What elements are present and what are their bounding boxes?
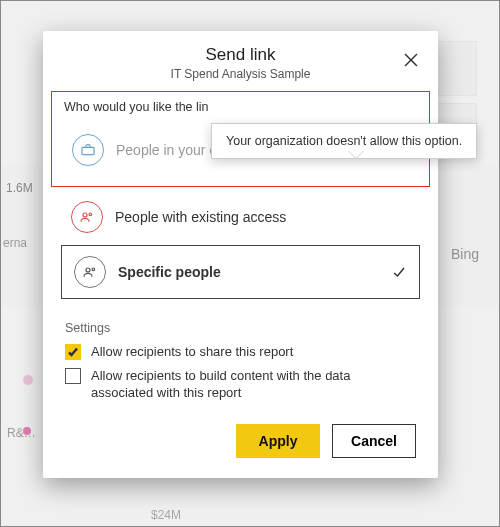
send-link-dialog: Send link IT Spend Analysis Sample Who w… bbox=[43, 31, 438, 478]
close-button[interactable] bbox=[396, 45, 426, 75]
settings-heading: Settings bbox=[65, 321, 416, 335]
briefcase-icon bbox=[72, 134, 104, 166]
dialog-title: Send link bbox=[43, 45, 438, 65]
option-existing-label: People with existing access bbox=[115, 209, 410, 225]
svg-point-8 bbox=[92, 268, 95, 271]
disabled-option-tooltip: Your organization doesn't allow this opt… bbox=[211, 123, 477, 159]
bg-value-1-6m: 1.6M bbox=[6, 181, 33, 195]
bg-label-rnd: R&… bbox=[7, 426, 36, 440]
svg-point-5 bbox=[83, 213, 87, 217]
apply-button[interactable]: Apply bbox=[236, 424, 320, 458]
svg-point-6 bbox=[89, 213, 92, 216]
close-icon bbox=[403, 52, 419, 68]
setting-allow-share-label: Allow recipients to share this report bbox=[91, 343, 293, 361]
setting-allow-share[interactable]: Allow recipients to share this report bbox=[65, 343, 416, 361]
option-existing-access[interactable]: People with existing access bbox=[43, 193, 438, 241]
svg-rect-2 bbox=[82, 147, 94, 154]
dialog-footer: Apply Cancel bbox=[43, 408, 438, 478]
setting-allow-build[interactable]: Allow recipients to build content with t… bbox=[65, 367, 416, 402]
option-specific-people[interactable]: Specific people bbox=[61, 245, 420, 299]
people-icon bbox=[71, 201, 103, 233]
setting-allow-build-label: Allow recipients to build content with t… bbox=[91, 367, 416, 402]
share-prompt: Who would you like the lin bbox=[64, 100, 417, 114]
dialog-subtitle: IT Spend Analysis Sample bbox=[43, 67, 438, 81]
cancel-button[interactable]: Cancel bbox=[332, 424, 416, 458]
people-icon bbox=[74, 256, 106, 288]
checkbox-allow-build[interactable] bbox=[65, 368, 81, 384]
svg-point-7 bbox=[86, 268, 90, 272]
bing-attribution: Bing bbox=[451, 246, 479, 262]
bg-value-24m: $24M bbox=[151, 508, 181, 522]
checkmark-icon bbox=[391, 264, 407, 280]
dialog-header: Send link IT Spend Analysis Sample bbox=[43, 31, 438, 89]
settings-section: Settings Allow recipients to share this … bbox=[43, 309, 438, 402]
option-specific-label: Specific people bbox=[118, 264, 379, 280]
checkbox-allow-share[interactable] bbox=[65, 344, 81, 360]
bg-label-erna: erna bbox=[3, 236, 27, 250]
